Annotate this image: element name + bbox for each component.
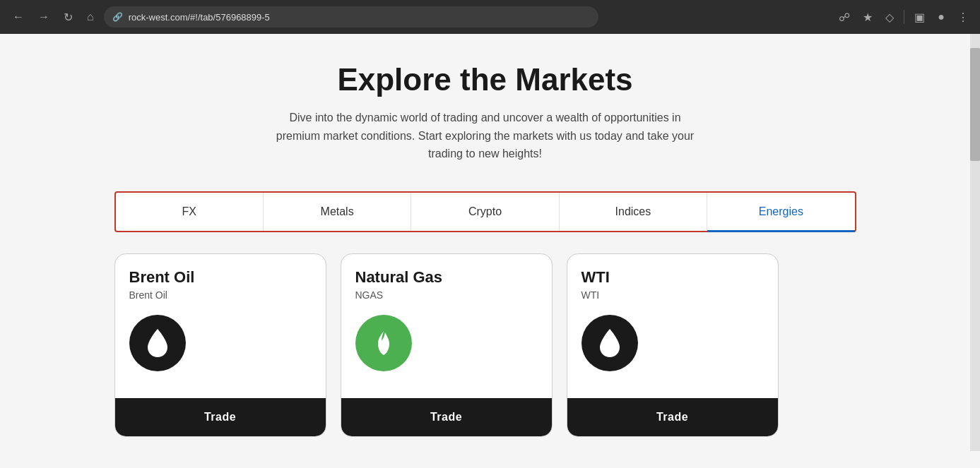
page-title: Explore the Markets	[337, 62, 632, 97]
tab-crypto[interactable]: Crypto	[411, 193, 559, 231]
card-wti-subtitle: WTI	[581, 289, 764, 301]
tab-metals[interactable]: Metals	[264, 193, 411, 231]
translate-icon[interactable]: ☍	[836, 8, 853, 27]
page-subtitle: Dive into the dynamic world of trading a…	[273, 109, 697, 163]
card-brent-oil: Brent Oil Brent Oil Trade	[114, 253, 326, 437]
main-content: Explore the Markets Dive into the dynami…	[0, 34, 970, 451]
back-button[interactable]: ←	[8, 8, 28, 26]
tablet-icon[interactable]: ▣	[911, 8, 928, 27]
tab-energies[interactable]: Energies	[707, 193, 854, 231]
card-wti-icon-circle	[581, 315, 638, 371]
extension-icon[interactable]: ◇	[882, 8, 897, 27]
cards-container: Brent Oil Brent Oil Trade Natural Gas NG…	[114, 253, 856, 437]
profile-icon[interactable]: ●	[935, 8, 947, 26]
drop-icon-wti	[597, 328, 622, 359]
bookmark-icon[interactable]: ★	[860, 8, 875, 27]
toolbar-icons: ☍ ★ ◇ ▣ ● ⋮	[836, 8, 972, 27]
svg-point-1	[604, 342, 608, 349]
scrollbar-thumb[interactable]	[970, 48, 980, 161]
card-brent-oil-subtitle: Brent Oil	[129, 289, 312, 301]
card-natural-gas-icon-circle	[355, 315, 412, 371]
tab-fx[interactable]: FX	[116, 193, 264, 231]
divider	[904, 10, 904, 24]
flame-icon	[374, 330, 394, 356]
card-wti-icon-wrapper	[581, 315, 764, 371]
tab-indices[interactable]: Indices	[560, 193, 707, 231]
card-natural-gas-trade-button[interactable]: Trade	[341, 398, 552, 436]
card-brent-oil-title: Brent Oil	[129, 268, 312, 287]
browser-chrome: ← → ↻ ⌂ 🔗 rock-west.com/#!/tab/576968899…	[0, 0, 980, 34]
menu-icon[interactable]: ⋮	[955, 8, 972, 27]
card-brent-oil-icon-wrapper	[129, 315, 312, 371]
card-natural-gas: Natural Gas NGAS Trade	[341, 253, 553, 437]
scrollbar[interactable]	[970, 34, 980, 451]
tabs-container: FX Metals Crypto Indices Energies	[114, 191, 856, 232]
address-icon: 🔗	[112, 12, 123, 22]
card-natural-gas-icon-wrapper	[355, 315, 538, 371]
page-wrapper: Explore the Markets Dive into the dynami…	[0, 34, 980, 451]
card-wti-title: WTI	[581, 268, 764, 287]
svg-point-0	[152, 342, 156, 349]
card-natural-gas-title: Natural Gas	[355, 268, 538, 287]
url-text: rock-west.com/#!/tab/576968899-5	[129, 12, 270, 23]
card-wti-trade-button[interactable]: Trade	[567, 398, 778, 436]
forward-button[interactable]: →	[34, 8, 54, 26]
card-natural-gas-subtitle: NGAS	[355, 289, 538, 301]
card-wti: WTI WTI Trade	[567, 253, 779, 437]
address-bar[interactable]: 🔗 rock-west.com/#!/tab/576968899-5	[104, 6, 598, 28]
card-brent-oil-trade-button[interactable]: Trade	[115, 398, 326, 436]
home-button[interactable]: ⌂	[83, 8, 98, 26]
drop-icon	[145, 328, 170, 359]
reload-button[interactable]: ↻	[59, 8, 77, 27]
card-brent-oil-icon-circle	[129, 315, 186, 371]
